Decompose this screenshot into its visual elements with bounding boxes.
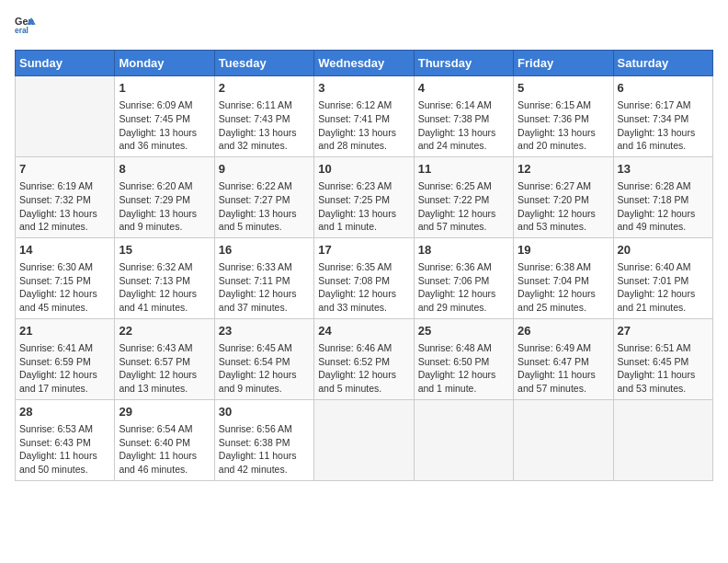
col-saturday: Saturday (613, 51, 712, 76)
day-info: Sunrise: 6:54 AMSunset: 6:40 PMDaylight:… (119, 422, 210, 477)
calendar-cell (16, 76, 115, 157)
day-number: 19 (518, 242, 609, 259)
day-info: Sunrise: 6:23 AMSunset: 7:25 PMDaylight:… (318, 179, 409, 234)
header-row: Sunday Monday Tuesday Wednesday Thursday… (16, 51, 713, 76)
calendar-cell: 12Sunrise: 6:27 AMSunset: 7:20 PMDayligh… (514, 156, 613, 237)
week-row-1: 1Sunrise: 6:09 AMSunset: 7:45 PMDaylight… (16, 76, 713, 157)
calendar-cell: 11Sunrise: 6:25 AMSunset: 7:22 PMDayligh… (414, 156, 513, 237)
calendar-cell (514, 399, 613, 480)
day-number: 3 (318, 80, 409, 97)
day-info: Sunrise: 6:33 AMSunset: 7:11 PMDaylight:… (219, 260, 310, 315)
day-info: Sunrise: 6:43 AMSunset: 6:57 PMDaylight:… (119, 341, 210, 396)
calendar-cell: 4Sunrise: 6:14 AMSunset: 7:38 PMDaylight… (414, 76, 513, 157)
day-number: 20 (618, 242, 709, 259)
calendar-cell (613, 399, 712, 480)
day-number: 11 (418, 161, 509, 178)
logo: Gen eral (15, 15, 37, 40)
calendar-cell: 6Sunrise: 6:17 AMSunset: 7:34 PMDaylight… (613, 76, 712, 157)
day-number: 14 (19, 242, 110, 259)
day-info: Sunrise: 6:46 AMSunset: 6:52 PMDaylight:… (318, 341, 409, 396)
day-info: Sunrise: 6:27 AMSunset: 7:20 PMDaylight:… (518, 179, 609, 234)
day-number: 13 (618, 161, 709, 178)
calendar-cell: 27Sunrise: 6:51 AMSunset: 6:45 PMDayligh… (613, 318, 712, 399)
calendar-cell: 14Sunrise: 6:30 AMSunset: 7:15 PMDayligh… (16, 237, 115, 318)
day-number: 26 (518, 323, 609, 339)
day-number: 6 (618, 80, 709, 97)
calendar-cell: 18Sunrise: 6:36 AMSunset: 7:06 PMDayligh… (414, 237, 513, 318)
day-number: 10 (318, 161, 409, 178)
day-info: Sunrise: 6:12 AMSunset: 7:41 PMDaylight:… (318, 98, 409, 153)
calendar-cell: 15Sunrise: 6:32 AMSunset: 7:13 PMDayligh… (115, 237, 214, 318)
day-number: 7 (19, 161, 110, 178)
day-number: 5 (518, 80, 609, 97)
calendar-body: 1Sunrise: 6:09 AMSunset: 7:45 PMDaylight… (16, 76, 713, 481)
day-number: 8 (119, 161, 210, 178)
day-info: Sunrise: 6:41 AMSunset: 6:59 PMDaylight:… (19, 341, 110, 396)
day-info: Sunrise: 6:40 AMSunset: 7:01 PMDaylight:… (618, 260, 709, 315)
calendar-cell: 28Sunrise: 6:53 AMSunset: 6:43 PMDayligh… (16, 399, 115, 480)
day-info: Sunrise: 6:19 AMSunset: 7:32 PMDaylight:… (19, 179, 110, 234)
calendar-cell: 9Sunrise: 6:22 AMSunset: 7:27 PMDaylight… (214, 156, 313, 237)
day-number: 4 (418, 80, 509, 97)
week-row-5: 28Sunrise: 6:53 AMSunset: 6:43 PMDayligh… (16, 399, 713, 480)
calendar-cell: 10Sunrise: 6:23 AMSunset: 7:25 PMDayligh… (314, 156, 414, 237)
logo-icon: Gen eral (15, 15, 37, 37)
day-info: Sunrise: 6:14 AMSunset: 7:38 PMDaylight:… (418, 98, 509, 153)
day-number: 21 (19, 323, 110, 339)
calendar-cell: 13Sunrise: 6:28 AMSunset: 7:18 PMDayligh… (613, 156, 712, 237)
day-number: 23 (219, 323, 310, 339)
day-info: Sunrise: 6:20 AMSunset: 7:29 PMDaylight:… (119, 179, 210, 234)
day-info: Sunrise: 6:22 AMSunset: 7:27 PMDaylight:… (219, 179, 310, 234)
calendar-cell: 1Sunrise: 6:09 AMSunset: 7:45 PMDaylight… (115, 76, 214, 157)
calendar-cell: 8Sunrise: 6:20 AMSunset: 7:29 PMDaylight… (115, 156, 214, 237)
col-friday: Friday (514, 51, 613, 76)
calendar-cell: 7Sunrise: 6:19 AMSunset: 7:32 PMDaylight… (16, 156, 115, 237)
calendar-cell: 20Sunrise: 6:40 AMSunset: 7:01 PMDayligh… (613, 237, 712, 318)
day-info: Sunrise: 6:36 AMSunset: 7:06 PMDaylight:… (418, 260, 509, 315)
day-info: Sunrise: 6:25 AMSunset: 7:22 PMDaylight:… (418, 179, 509, 234)
calendar-cell (314, 399, 414, 480)
day-info: Sunrise: 6:49 AMSunset: 6:47 PMDaylight:… (518, 341, 609, 396)
day-number: 9 (219, 161, 310, 178)
header: Gen eral (15, 15, 713, 40)
calendar-cell: 29Sunrise: 6:54 AMSunset: 6:40 PMDayligh… (115, 399, 214, 480)
calendar-cell: 30Sunrise: 6:56 AMSunset: 6:38 PMDayligh… (214, 399, 313, 480)
day-number: 18 (418, 242, 509, 259)
day-number: 24 (318, 323, 409, 339)
day-number: 1 (119, 80, 210, 97)
day-info: Sunrise: 6:15 AMSunset: 7:36 PMDaylight:… (518, 98, 609, 153)
day-info: Sunrise: 6:38 AMSunset: 7:04 PMDaylight:… (518, 260, 609, 315)
calendar-cell: 19Sunrise: 6:38 AMSunset: 7:04 PMDayligh… (514, 237, 613, 318)
day-number: 2 (219, 80, 310, 97)
calendar-table: Sunday Monday Tuesday Wednesday Thursday… (15, 50, 713, 481)
svg-text:eral: eral (15, 26, 28, 35)
calendar-cell: 2Sunrise: 6:11 AMSunset: 7:43 PMDaylight… (214, 76, 313, 157)
day-info: Sunrise: 6:48 AMSunset: 6:50 PMDaylight:… (418, 341, 509, 396)
calendar-cell: 23Sunrise: 6:45 AMSunset: 6:54 PMDayligh… (214, 318, 313, 399)
day-info: Sunrise: 6:35 AMSunset: 7:08 PMDaylight:… (318, 260, 409, 315)
col-tuesday: Tuesday (214, 51, 313, 76)
day-number: 27 (618, 323, 709, 339)
day-info: Sunrise: 6:17 AMSunset: 7:34 PMDaylight:… (618, 98, 709, 153)
week-row-3: 14Sunrise: 6:30 AMSunset: 7:15 PMDayligh… (16, 237, 713, 318)
col-sunday: Sunday (16, 51, 115, 76)
calendar-cell: 24Sunrise: 6:46 AMSunset: 6:52 PMDayligh… (314, 318, 414, 399)
day-info: Sunrise: 6:56 AMSunset: 6:38 PMDaylight:… (219, 422, 310, 477)
day-info: Sunrise: 6:09 AMSunset: 7:45 PMDaylight:… (119, 98, 210, 153)
day-number: 22 (119, 323, 210, 339)
day-number: 30 (219, 404, 310, 420)
day-info: Sunrise: 6:11 AMSunset: 7:43 PMDaylight:… (219, 98, 310, 153)
day-number: 28 (19, 404, 110, 420)
day-info: Sunrise: 6:32 AMSunset: 7:13 PMDaylight:… (119, 260, 210, 315)
day-info: Sunrise: 6:53 AMSunset: 6:43 PMDaylight:… (19, 422, 110, 477)
calendar-cell: 17Sunrise: 6:35 AMSunset: 7:08 PMDayligh… (314, 237, 414, 318)
calendar-cell: 16Sunrise: 6:33 AMSunset: 7:11 PMDayligh… (214, 237, 313, 318)
calendar-cell: 3Sunrise: 6:12 AMSunset: 7:41 PMDaylight… (314, 76, 414, 157)
day-number: 12 (518, 161, 609, 178)
day-info: Sunrise: 6:51 AMSunset: 6:45 PMDaylight:… (618, 341, 709, 396)
calendar-cell: 26Sunrise: 6:49 AMSunset: 6:47 PMDayligh… (514, 318, 613, 399)
day-info: Sunrise: 6:28 AMSunset: 7:18 PMDaylight:… (618, 179, 709, 234)
calendar-cell: 5Sunrise: 6:15 AMSunset: 7:36 PMDaylight… (514, 76, 613, 157)
calendar-cell: 22Sunrise: 6:43 AMSunset: 6:57 PMDayligh… (115, 318, 214, 399)
day-number: 29 (119, 404, 210, 420)
